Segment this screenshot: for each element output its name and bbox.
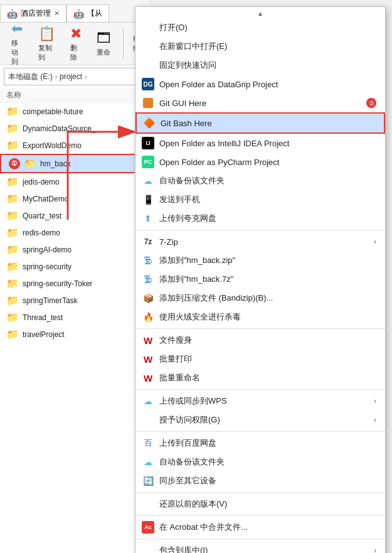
list-item[interactable]: 📁 springTimerTask: [0, 292, 150, 309]
sync-icon: 🔄: [142, 475, 154, 487]
submenu-arrow: ›: [374, 397, 376, 405]
rename-label: 重命: [97, 48, 110, 57]
menu-label: 批量打印: [159, 353, 376, 365]
menu-label: 添加到"hm_back.zip": [159, 255, 376, 266]
copy-btn[interactable]: 📋 复制到: [33, 23, 60, 65]
list-item[interactable]: 📁 MyChatDemo: [0, 190, 150, 207]
tab-2-icon: 🤖: [73, 9, 84, 19]
datagrip-icon: DG: [142, 78, 154, 90]
menu-item-batch-rename[interactable]: W 批量重命名: [135, 368, 385, 387]
menu-item-grant-access[interactable]: 授予访问权限(G) ›: [135, 411, 385, 429]
menu-item-add-library[interactable]: 包含到库中(I) ›: [135, 541, 385, 553]
menu-item-add-zip[interactable]: 🗜 添加到"hm_back.zip": [135, 251, 385, 270]
menu-divider: [135, 492, 385, 493]
item-name: jedis-demo: [23, 178, 144, 186]
list-item-hm-back[interactable]: ① 📁 hm_back: [0, 154, 150, 173]
move-btn[interactable]: ⬅ 移动到: [6, 18, 28, 69]
submenu-arrow: ›: [374, 416, 376, 424]
item-name: Thread_test: [23, 313, 144, 322]
open-icon: [142, 21, 154, 34]
rename-icon: 🗔: [97, 30, 110, 46]
access-icon: [142, 414, 154, 426]
menu-item-7zip[interactable]: 7z 7-Zip ›: [135, 232, 385, 251]
list-item[interactable]: 📁 redis-demo: [0, 224, 150, 241]
tab-2[interactable]: 🤖 【从: [66, 4, 109, 22]
menu-item-file-slim[interactable]: W 文件瘦身: [135, 331, 385, 350]
copy-label: 复制到: [38, 43, 55, 62]
delete-label: 删除: [70, 43, 82, 62]
menu-label: 包含到库中(I): [159, 545, 369, 553]
menu-item-git-bash[interactable]: Git Bash Here: [135, 112, 385, 134]
menu-label: 固定到快速访问: [159, 60, 376, 71]
rename-btn[interactable]: 🗔 重命: [92, 28, 115, 60]
item-name: springAI-demo: [23, 245, 144, 254]
menu-item-auto-backup2[interactable]: ☁ 自动备份该文件夹: [135, 453, 385, 471]
menu-label: Open Folder as IntelliJ IDEA Project: [159, 139, 376, 148]
breadcrumb-sep-2: ›: [85, 73, 87, 80]
tab-1-label: 酒店管理: [21, 8, 51, 19]
list-item[interactable]: 📁 jedis-demo: [0, 173, 150, 190]
tab-1-close[interactable]: ✕: [54, 9, 60, 18]
menu-divider: [135, 431, 385, 432]
menu-divider: [135, 515, 385, 516]
menu-item-upload-quark[interactable]: ⬆ 上传到夸克网盘: [135, 209, 385, 228]
menu-item-pycharm[interactable]: PC Open Folder as PyCharm Project: [135, 153, 385, 171]
list-item[interactable]: 📁 DynamicDataSource_: [0, 120, 150, 137]
item-name: springTimerTask: [23, 296, 144, 305]
menu-item-auto-backup[interactable]: ☁ 自动备份该文件夹: [135, 171, 385, 190]
list-item[interactable]: 📁 spring-security: [0, 258, 150, 275]
pycharm-icon: PC: [142, 156, 154, 168]
bandizip-icon: 📦: [142, 292, 154, 304]
menu-divider: [135, 230, 385, 230]
item-name: competable-future: [23, 107, 144, 116]
open-new-icon: [142, 40, 154, 53]
list-item[interactable]: 📁 springAI-demo: [0, 241, 150, 258]
menu-item-restore[interactable]: 还原以前的版本(V): [135, 495, 385, 513]
menu-item-open-new[interactable]: 在新窗口中打开(E): [135, 37, 385, 56]
menu-item-bandizip[interactable]: 📦 添加到压缩文件 (Bandizip)(B)...: [135, 289, 385, 308]
address-bar[interactable]: 本地磁盘 (E:) › project ›: [4, 68, 146, 85]
menu-item-wps-upload[interactable]: ☁ 上传或同步到WPS ›: [135, 392, 385, 411]
menu-label: 上传或同步到WPS: [159, 395, 369, 407]
menu-item-sync-devices[interactable]: 🔄 同步至其它设备: [135, 471, 385, 490]
item-name: travelProject: [23, 330, 144, 339]
list-item[interactable]: 📁 Thread_test: [0, 309, 150, 326]
item-name: MyChatDemo: [23, 195, 144, 203]
file-list-header: 名称: [0, 88, 150, 103]
menu-item-datagrip[interactable]: DG Open Folder as DataGrip Project: [135, 75, 385, 94]
menu-item-intellij[interactable]: IJ Open Folder as IntelliJ IDEA Project: [135, 134, 385, 153]
git-gui-icon: [142, 97, 154, 109]
menu-label: 打开(O): [159, 22, 376, 33]
menu-item-git-gui[interactable]: Git GUI Here ②: [135, 94, 385, 112]
item-name: Quartz_test: [23, 212, 144, 220]
folder-icon: 📁: [6, 294, 19, 306]
list-item[interactable]: 📁 spring-security-Toker: [0, 275, 150, 292]
menu-item-send-phone[interactable]: 📱 发送到手机: [135, 190, 385, 209]
folder-icon: 📁: [6, 139, 19, 151]
menu-item-open[interactable]: 打开(O): [135, 18, 385, 37]
menu-item-baidu-upload[interactable]: 百 上传到百度网盘: [135, 434, 385, 453]
menu-divider: [135, 328, 385, 329]
list-item[interactable]: 📁 travelProject: [0, 326, 150, 343]
toolbar-divider: [123, 28, 124, 60]
list-item[interactable]: 📁 competable-future: [0, 103, 150, 120]
submenu-arrow: ›: [374, 546, 376, 553]
list-item[interactable]: 📁 ExportWoldDemo: [0, 137, 150, 154]
menu-divider: [135, 389, 385, 390]
folder-icon: 📁: [24, 158, 36, 169]
cloud-icon: ☁: [142, 174, 154, 187]
menu-item-huorong[interactable]: 🔥 使用火绒安全进行杀毒: [135, 308, 385, 326]
menu-item-batch-print[interactable]: W 批量打印: [135, 350, 385, 368]
delete-btn[interactable]: ✖ 删除: [65, 23, 87, 65]
menu-item-acrobat[interactable]: Ac 在 Acrobat 中合并文件...: [135, 518, 385, 537]
menu-label: 批量重命名: [159, 372, 376, 384]
menu-item-add-7z[interactable]: 🗜 添加到"hm_back.7z": [135, 270, 385, 289]
list-item[interactable]: 📁 Quartz_test: [0, 207, 150, 224]
phone-icon: 📱: [142, 193, 154, 206]
quark-icon: ⬆: [142, 212, 154, 225]
wps-cloud-icon: ☁: [142, 395, 154, 407]
menu-label: 上传到夸克网盘: [159, 213, 376, 224]
zip-icon: 🗜: [142, 254, 154, 267]
menu-item-pin[interactable]: 固定到快速访问: [135, 56, 385, 75]
menu-label: 在新窗口中打开(E): [159, 41, 376, 52]
